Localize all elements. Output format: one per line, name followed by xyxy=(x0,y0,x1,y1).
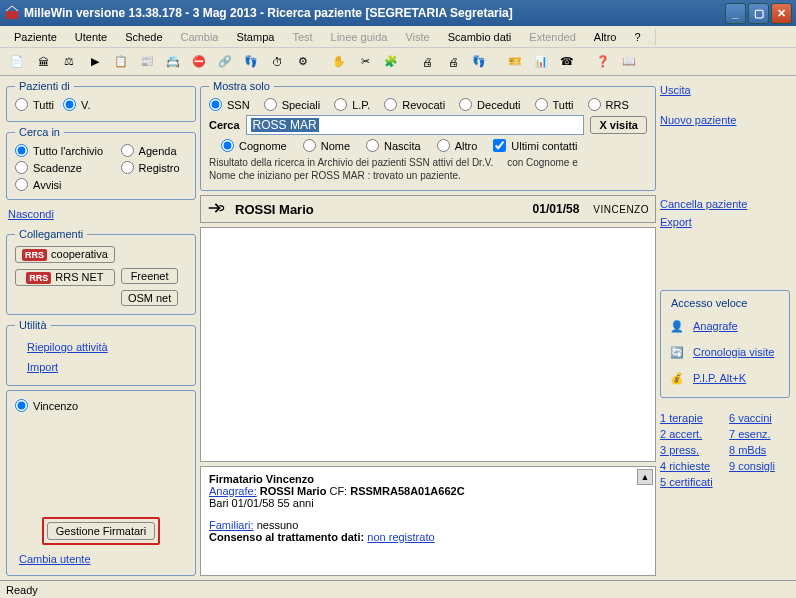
toolbar-icon[interactable]: 📊 xyxy=(530,51,552,73)
toolbar-icon[interactable]: 🧩 xyxy=(380,51,402,73)
maximize-button[interactable]: ▢ xyxy=(748,3,769,24)
toolbar-icon[interactable]: ⚙ xyxy=(292,51,314,73)
radio-revocati[interactable]: Revocati xyxy=(384,98,445,111)
familiari-link[interactable]: Familiari: xyxy=(209,519,254,531)
toolbar-icon[interactable]: ▶ xyxy=(84,51,106,73)
radio-ssn[interactable]: SSN xyxy=(209,98,250,111)
result-bar[interactable]: ROSSI Mario 01/01/58 VINCENZO xyxy=(200,195,656,223)
anagrafe-link[interactable]: Anagrafe: xyxy=(209,485,257,497)
menu-cambia: Cambia xyxy=(173,29,227,45)
cerca-in-group: Cerca in Tutto l'archivio Agenda Scadenz… xyxy=(6,126,196,200)
osmnet-button[interactable]: OSM net xyxy=(121,290,178,306)
toolbar-icon[interactable]: 📄 xyxy=(6,51,28,73)
toolbar-icon[interactable]: 👣 xyxy=(468,51,490,73)
menu-stampa[interactable]: Stampa xyxy=(228,29,282,45)
qa-cronologia[interactable]: 🔄 Cronologia visite xyxy=(667,339,783,365)
cambia-utente-link[interactable]: Cambia utente xyxy=(19,553,91,565)
bag-icon: 💰 xyxy=(667,368,687,388)
content: Pazienti di Tutti V. Cerca in Tutto l'ar… xyxy=(0,76,796,580)
toolbar-icon[interactable]: ⏱ xyxy=(266,51,288,73)
toolbar-icon[interactable]: 🔗 xyxy=(214,51,236,73)
link-vaccini[interactable]: 6 vaccini xyxy=(729,412,790,424)
radio-tutti[interactable]: Tutti xyxy=(15,98,54,111)
uscita-link[interactable]: Uscita xyxy=(660,84,790,96)
menu-utente[interactable]: Utente xyxy=(67,29,115,45)
toolbar-icon[interactable]: 📰 xyxy=(136,51,158,73)
nascondi-link[interactable]: Nascondi xyxy=(8,208,54,220)
radio-lp[interactable]: L.P. xyxy=(334,98,370,111)
window-controls: _ ▢ ✕ xyxy=(725,3,792,24)
radio-deceduti[interactable]: Deceduti xyxy=(459,98,520,111)
link-mbds[interactable]: 8 mBds xyxy=(729,444,790,456)
quick-links: 1 terapie 6 vaccini 2 accert. 7 esenz. 3… xyxy=(660,412,790,488)
anagrafe-name: ROSSI Mario xyxy=(260,485,327,497)
freenet-button[interactable]: Freenet xyxy=(121,268,178,284)
toolbar: 📄 🏛 ⚖ ▶ 📋 📰 📇 ⛔ 🔗 👣 ⏱ ⚙ ✋ ✂ 🧩 🖨 🖨 👣 🎫 📊 … xyxy=(0,48,796,76)
radio-agenda[interactable]: Agenda xyxy=(121,144,181,157)
link-accert[interactable]: 2 accert. xyxy=(660,428,721,440)
menu-altro[interactable]: Altro xyxy=(586,29,625,45)
result-doctor: VINCENZO xyxy=(593,204,649,215)
toolbar-icon[interactable]: 📖 xyxy=(618,51,640,73)
qa-pip[interactable]: 💰 P.I.P. Alt+K xyxy=(667,365,783,391)
radio-vincenzo[interactable]: Vincenzo xyxy=(15,399,78,412)
radio-v[interactable]: V. xyxy=(63,98,90,111)
toolbar-icon[interactable]: 🖨 xyxy=(442,51,464,73)
toolbar-icon[interactable]: ⚖ xyxy=(58,51,80,73)
export-link[interactable]: Export xyxy=(660,216,790,228)
menu-schede[interactable]: Schede xyxy=(117,29,170,45)
radio-tutto-archivio[interactable]: Tutto l'archivio xyxy=(15,144,105,157)
import-link[interactable]: Import xyxy=(27,361,175,373)
link-richieste[interactable]: 4 richieste xyxy=(660,460,721,472)
search-input[interactable]: ROSS MAR xyxy=(246,115,585,135)
results-list[interactable] xyxy=(200,227,656,462)
cooperativa-button[interactable]: RRScooperativa xyxy=(15,246,115,263)
qa-anagrafe[interactable]: 👤 Anagrafe xyxy=(667,313,783,339)
close-button[interactable]: ✕ xyxy=(771,3,792,24)
pointer-icon xyxy=(207,200,227,218)
minimize-button[interactable]: _ xyxy=(725,3,746,24)
history-icon: 🔄 xyxy=(667,342,687,362)
cancella-link[interactable]: Cancella paziente xyxy=(660,198,790,210)
radio-altro[interactable]: Altro xyxy=(437,139,478,152)
toolbar-icon[interactable]: 🏛 xyxy=(32,51,54,73)
toolbar-icon[interactable]: ✂ xyxy=(354,51,376,73)
menu-viste: Viste xyxy=(397,29,437,45)
toolbar-icon[interactable]: 📋 xyxy=(110,51,132,73)
riepilogo-link[interactable]: Riepilogo attività xyxy=(27,341,175,353)
radio-nome[interactable]: Nome xyxy=(303,139,350,152)
toolbar-icon[interactable]: 📇 xyxy=(162,51,184,73)
radio-rrs[interactable]: RRS xyxy=(588,98,629,111)
toolbar-icon[interactable]: 🎫 xyxy=(504,51,526,73)
menu-help[interactable]: ? xyxy=(626,29,648,45)
consenso-value[interactable]: non registrato xyxy=(367,531,434,543)
link-consigli[interactable]: 9 consigli xyxy=(729,460,790,472)
link-press[interactable]: 3 press. xyxy=(660,444,721,456)
radio-scadenze[interactable]: Scadenze xyxy=(15,161,105,174)
toolbar-icon[interactable]: ⛔ xyxy=(188,51,210,73)
nuovo-paziente-link[interactable]: Nuovo paziente xyxy=(660,114,790,126)
radio-avvisi[interactable]: Avvisi xyxy=(15,178,105,191)
toolbar-icon[interactable]: ☎ xyxy=(556,51,578,73)
firmatario-name: Vincenzo xyxy=(266,473,314,485)
menu-scambio[interactable]: Scambio dati xyxy=(440,29,520,45)
toolbar-icon[interactable]: 🖨 xyxy=(416,51,438,73)
link-terapie[interactable]: 1 terapie xyxy=(660,412,721,424)
link-esenz[interactable]: 7 esenz. xyxy=(729,428,790,440)
radio-nascita[interactable]: Nascita xyxy=(366,139,421,152)
xvisita-button[interactable]: X visita xyxy=(590,116,647,134)
toolbar-icon[interactable]: ✋ xyxy=(328,51,350,73)
scroll-up-button[interactable]: ▲ xyxy=(637,469,653,485)
radio-tutti-ms[interactable]: Tutti xyxy=(535,98,574,111)
link-certificati[interactable]: 5 certificati xyxy=(660,476,721,488)
radio-registro[interactable]: Registro xyxy=(121,161,181,174)
cerca-label: Cerca xyxy=(209,119,240,131)
radio-speciali[interactable]: Speciali xyxy=(264,98,321,111)
toolbar-icon[interactable]: ❓ xyxy=(592,51,614,73)
check-ultimi[interactable]: Ultimi contatti xyxy=(493,139,577,152)
toolbar-icon[interactable]: 👣 xyxy=(240,51,262,73)
menu-paziente[interactable]: Paziente xyxy=(6,29,65,45)
radio-cognome[interactable]: Cognome xyxy=(221,139,287,152)
rrsnet-button[interactable]: RRSRRS NET xyxy=(15,269,115,286)
gestione-firmatari-button[interactable]: Gestione Firmatari xyxy=(47,522,155,540)
